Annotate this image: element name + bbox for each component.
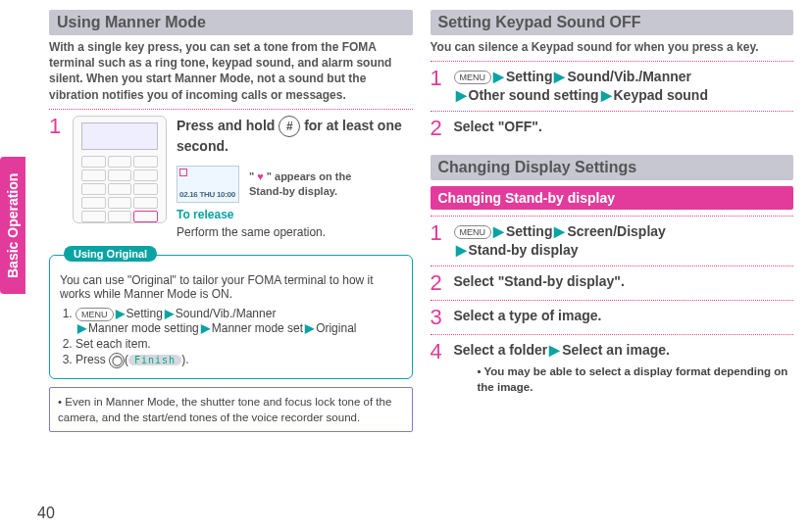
step4-a: Select a folder [454, 342, 548, 358]
step-number: 2 [431, 118, 446, 139]
right-column: Setting Keypad Sound OFF You can silence… [431, 10, 794, 522]
standby-display-thumbnail [177, 166, 239, 203]
step1-text-a: Press and hold [177, 117, 279, 132]
step-body: Select a folder▶Select an image. You may… [454, 341, 794, 395]
phone-screen [81, 122, 158, 150]
tip-tab-label: Using Original [64, 246, 157, 262]
finish-softkey: Finish [128, 355, 181, 365]
step-number: 2 [431, 272, 446, 294]
step-number: 3 [431, 307, 446, 328]
divider [49, 109, 413, 110]
section-header-display-settings: Changing Display Settings [431, 155, 794, 180]
tip-step-1: MENU▶Setting▶Sound/Vib./Manner ▶Manner m… [76, 307, 402, 335]
page-number: 40 [37, 505, 55, 522]
arrow-icon: ▶ [491, 69, 506, 84]
step-body: Select a type of image. [454, 307, 794, 328]
tip-steps: MENU▶Setting▶Sound/Vib./Manner ▶Manner m… [60, 307, 402, 368]
path-original: Original [316, 321, 356, 335]
standby-caption: " ♥ " appears on the Stand-by display. [249, 169, 357, 199]
to-release-text: Perform the same operation. [177, 225, 326, 239]
arrow-icon: ▶ [491, 223, 506, 239]
path-sound: Sound/Vib./Manner [567, 69, 691, 84]
left-column: Using Manner Mode With a single key pres… [49, 10, 413, 522]
arrow-icon: ▶ [114, 307, 127, 320]
path-setting: Setting [506, 69, 552, 84]
tip-step-3: Press ◯(Finish). [76, 353, 402, 368]
intro-text: With a single key press, you can set a t… [49, 39, 413, 103]
display-step-4: 4 Select a folder▶Select an image. You m… [431, 341, 794, 395]
step-body: MENU▶Setting▶Screen/Display ▶Stand-by di… [454, 222, 794, 260]
display-step-1: 1 MENU▶Setting▶Screen/Display ▶Stand-by … [431, 222, 794, 260]
path-screen-display: Screen/Display [567, 223, 665, 239]
menu-chip: MENU [454, 71, 492, 84]
menu-chip: MENU [76, 308, 114, 321]
display-step-2: 2 Select "Stand-by display". [431, 272, 794, 294]
tip3-a: Press [76, 353, 109, 366]
standby-marker-icon [179, 169, 187, 176]
path-manner-set: Manner mode set [212, 321, 303, 335]
step-body: Select "OFF". [454, 118, 794, 139]
phone-illustration [73, 116, 167, 223]
divider [431, 61, 794, 62]
path-keypad-sound: Keypad sound [614, 87, 708, 103]
arrow-icon: ▶ [76, 321, 88, 335]
path-setting: Setting [506, 223, 552, 239]
step-number: 4 [431, 341, 446, 395]
display-step-3: 3 Select a type of image. [431, 307, 794, 328]
page: Using Manner Mode With a single key pres… [0, 0, 811, 532]
step-number: 1 [431, 68, 446, 105]
divider [431, 334, 794, 335]
arrow-icon: ▶ [552, 69, 567, 84]
arrow-icon: ▶ [199, 321, 212, 335]
arrow-icon: ▶ [599, 87, 614, 103]
arrow-icon: ▶ [454, 87, 469, 103]
section-header-manner-mode: Using Manner Mode [49, 10, 413, 35]
side-tab-basic-operation: Basic Operation [0, 157, 25, 294]
standby-caption-a: " [249, 170, 257, 182]
note-text: Even in Manner Mode, the shutter tone an… [58, 396, 391, 423]
keypad-step-1: 1 MENU▶Setting▶Sound/Vib./Manner ▶Other … [431, 68, 794, 105]
tip-box-using-original: Using Original You can use "Original" to… [49, 255, 413, 379]
step4-note: You may be able to select a display form… [478, 363, 794, 395]
step-1: 1 Press and hold # for [49, 116, 413, 241]
arrow-icon: ▶ [547, 342, 562, 358]
step-number: 1 [431, 222, 446, 260]
columns: Using Manner Mode With a single key pres… [49, 10, 793, 522]
step-body: Select "Stand-by display". [454, 272, 794, 294]
tip-step-2: Set each item. [76, 337, 402, 351]
step-body: Press and hold # for at least one second… [73, 116, 413, 241]
sub-header-standby-display: Changing Stand-by display [431, 186, 794, 210]
section-header-keypad-sound: Setting Keypad Sound OFF [431, 10, 794, 35]
note-box: Even in Manner Mode, the shutter tone an… [49, 387, 413, 432]
path-sound: Sound/Vib./Manner [176, 307, 277, 320]
standby-caption-b: " appears on the Stand-by display. [249, 170, 351, 197]
arrow-icon: ▶ [454, 242, 469, 258]
arrow-icon: ▶ [552, 223, 567, 239]
step4-b: Select an image. [562, 342, 670, 358]
hash-key-icon: # [279, 116, 300, 137]
arrow-icon: ▶ [303, 321, 316, 335]
tip-intro: You can use "Original" to tailor your FO… [60, 273, 402, 301]
divider [431, 111, 794, 112]
keypad-intro: You can silence a Keypad sound for when … [431, 39, 794, 55]
path-standby-display: Stand-by display [469, 242, 579, 258]
menu-chip: MENU [454, 225, 492, 239]
divider [431, 266, 794, 266]
keypad-step-2: 2 Select "OFF". [431, 118, 794, 139]
divider [431, 216, 794, 217]
phone-keypad [81, 156, 158, 215]
highlighted-hash-key [133, 211, 158, 222]
step-number: 1 [49, 116, 65, 241]
arrow-icon: ▶ [163, 307, 176, 320]
step-body: MENU▶Setting▶Sound/Vib./Manner ▶Other so… [454, 68, 794, 105]
divider [431, 300, 794, 301]
path-other-sound: Other sound setting [469, 87, 599, 103]
path-setting: Setting [127, 307, 163, 320]
tip3-b: . [185, 353, 188, 366]
camera-key-icon: ◯ [109, 353, 125, 368]
path-manner-setting: Manner mode setting [88, 321, 199, 335]
